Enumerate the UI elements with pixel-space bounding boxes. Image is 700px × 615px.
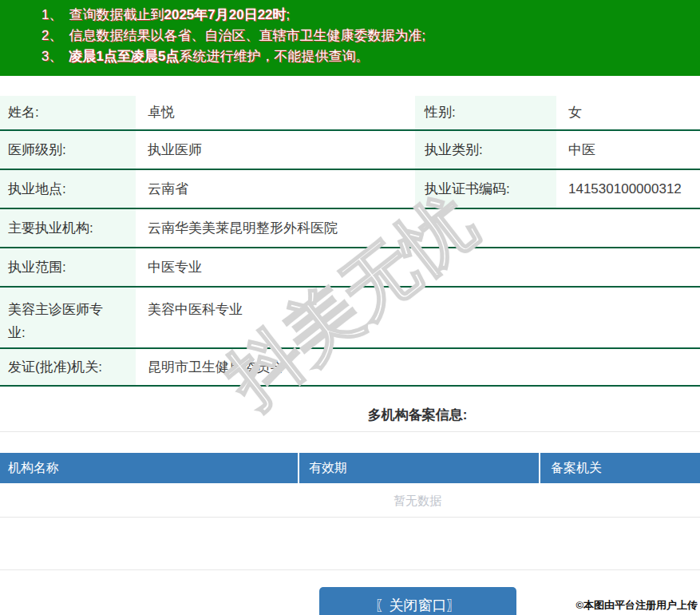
divider: [0, 569, 700, 570]
notice-text: 系统进行维护，不能提供查询。: [179, 49, 369, 64]
field-label-practice-scope: 执业范围:: [0, 248, 136, 286]
column-header-filing-authority: 备案机关: [539, 453, 700, 483]
notice-text-bold: 2025年7月20日22时: [164, 7, 286, 22]
notice-line-1: 1、查询数据截止到2025年7月20日22时;: [42, 5, 700, 26]
field-value-category: 中医: [556, 131, 700, 169]
practitioner-info-table: 姓名: 卓悦 性别: 女 医师级别: 执业医师 执业类别: 中医 执业地点: 云…: [0, 96, 700, 387]
field-value-level: 执业医师: [136, 131, 415, 169]
notice-number: 2、: [42, 28, 62, 43]
table-row-name-gender: 姓名: 卓悦 性别: 女: [0, 96, 700, 131]
field-label-cosmetic-specialty: 美容主诊医师专业:: [0, 288, 136, 347]
field-label-cert-number: 执业证书编码:: [415, 170, 556, 208]
field-label-location: 执业地点:: [0, 170, 136, 208]
table-row-cosmetic-specialty: 美容主诊医师专业: 美容中医科专业: [0, 288, 700, 349]
field-label-name: 姓名:: [0, 96, 136, 129]
column-header-institution-name: 机构名称: [0, 453, 298, 483]
field-label-category: 执业类别:: [415, 131, 556, 169]
field-label-issuing-authority: 发证(批准)机关:: [0, 349, 136, 385]
notice-text: 查询数据截止到: [69, 7, 164, 22]
field-value-practice-scope: 中医专业: [136, 248, 700, 286]
field-value-cert-number: 141530100000312: [556, 170, 700, 208]
field-value-location: 云南省: [136, 170, 415, 208]
field-value-issuing-authority: 昆明市卫生健康委员会: [136, 349, 700, 385]
table-row-main-institution: 主要执业机构: 云南华美美莱昆明整形外科医院: [0, 209, 700, 248]
notice-number: 1、: [42, 7, 62, 22]
field-label-main-institution: 主要执业机构:: [0, 209, 136, 247]
photo-credit-watermark: ©本图由平台注册用户上传: [575, 598, 698, 613]
close-window-button[interactable]: 〖关闭窗口〗: [319, 587, 516, 615]
table-row-issuing-authority: 发证(批准)机关: 昆明市卫生健康委员会: [0, 349, 700, 387]
table-row-location-certno: 执业地点: 云南省 执业证书编码: 141530100000312: [0, 170, 700, 209]
notice-banner: 1、查询数据截止到2025年7月20日22时; 2、信息数据结果以各省、自治区、…: [0, 0, 700, 76]
notice-line-3: 3、凌晨1点至凌晨5点系统进行维护，不能提供查询。: [42, 46, 700, 67]
table-row-level-category: 医师级别: 执业医师 执业类别: 中医: [0, 131, 700, 170]
license-result-page: 1、查询数据截止到2025年7月20日22时; 2、信息数据结果以各省、自治区、…: [0, 0, 700, 615]
notice-text-bold: 凌晨1点至凌晨5点: [69, 49, 179, 64]
field-value-cosmetic-specialty: 美容中医科专业: [136, 288, 700, 347]
notice-text: 信息数据结果以各省、自治区、直辖市卫生健康委数据为准;: [69, 28, 425, 43]
table-row-practice-scope: 执业范围: 中医专业: [0, 248, 700, 288]
filing-section-title: 多机构备案信息:: [0, 406, 700, 424]
filing-table: 机构名称 有效期 备案机关 暂无数据: [0, 453, 700, 518]
filing-table-header: 机构名称 有效期 备案机关: [0, 453, 700, 483]
field-value-main-institution: 云南华美美莱昆明整形外科医院: [136, 209, 700, 247]
notice-number: 3、: [42, 49, 62, 64]
column-header-validity-period: 有效期: [298, 453, 539, 483]
field-value-name: 卓悦: [136, 96, 415, 129]
notice-text: ;: [287, 7, 291, 22]
notice-line-2: 2、信息数据结果以各省、自治区、直辖市卫生健康委数据为准;: [42, 26, 700, 46]
field-label-gender: 性别:: [415, 96, 556, 129]
divider: [0, 431, 700, 432]
empty-data-text: 暂无数据: [0, 483, 700, 518]
field-value-gender: 女: [556, 96, 700, 129]
field-label-level: 医师级别:: [0, 131, 136, 169]
